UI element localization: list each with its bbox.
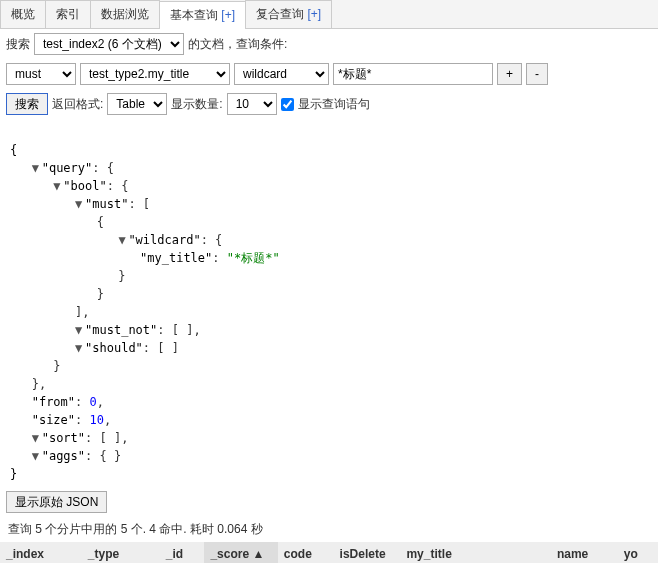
show-query-checkbox[interactable] [281,98,294,111]
field-select[interactable]: test_type2.my_title [80,63,230,85]
tab-overview[interactable]: 概览 [0,0,46,28]
index-select-row: 搜索 test_index2 (6 个文档) 的文档，查询条件: [0,29,658,59]
query-json-view: { ▼"query": { ▼"bool": { ▼"must": [ { ▼"… [0,119,658,487]
result-stats: 查询 5 个分片中用的 5 个. 4 命中. 耗时 0.064 秒 [0,517,658,542]
tab-basic-query[interactable]: 基本查询 [+] [159,1,246,29]
tab-basic-query-label: 基本查询 [170,8,218,22]
tab-basic-query-add-icon[interactable]: [+] [221,8,235,22]
tab-compound-query-label: 复合查询 [256,7,304,21]
count-label: 显示数量: [171,96,222,113]
col-yourname[interactable]: yo [618,542,658,563]
condition-row: must test_type2.my_title wildcard + - [0,59,658,89]
query-type-select[interactable]: wildcard [234,63,329,85]
query-value-input[interactable] [333,63,493,85]
tab-compound-query-add-icon[interactable]: [+] [307,7,321,21]
search-label: 搜索 [6,36,30,53]
col-isdelete[interactable]: isDelete [334,542,401,563]
col-mytitle[interactable]: my_title [400,542,550,563]
col-type[interactable]: _type [82,542,160,563]
doc-cond-label: 的文档，查询条件: [188,36,287,53]
format-select[interactable]: Table [107,93,167,115]
tab-browse[interactable]: 数据浏览 [90,0,160,28]
run-row: 搜索 返回格式: Table 显示数量: 10 显示查询语句 [0,89,658,119]
col-index[interactable]: _index [0,542,82,563]
tab-indices[interactable]: 索引 [45,0,91,28]
tab-compound-query[interactable]: 复合查询 [+] [245,0,332,28]
show-raw-json-button[interactable]: 显示原始 JSON [6,491,107,513]
col-name[interactable]: name [551,542,618,563]
bool-op-select[interactable]: must [6,63,76,85]
col-score[interactable]: _score ▲ [204,542,277,563]
tab-bar: 概览 索引 数据浏览 基本查询 [+] 复合查询 [+] [0,0,658,29]
results-table: _index _type _id _score ▲ code isDelete … [0,542,658,563]
search-button[interactable]: 搜索 [6,93,48,115]
col-code[interactable]: code [278,542,334,563]
add-condition-button[interactable]: + [497,63,522,85]
count-select[interactable]: 10 [227,93,277,115]
index-select[interactable]: test_index2 (6 个文档) [34,33,184,55]
format-label: 返回格式: [52,96,103,113]
col-id[interactable]: _id [160,542,205,563]
show-query-label: 显示查询语句 [298,96,370,113]
remove-condition-button[interactable]: - [526,63,548,85]
